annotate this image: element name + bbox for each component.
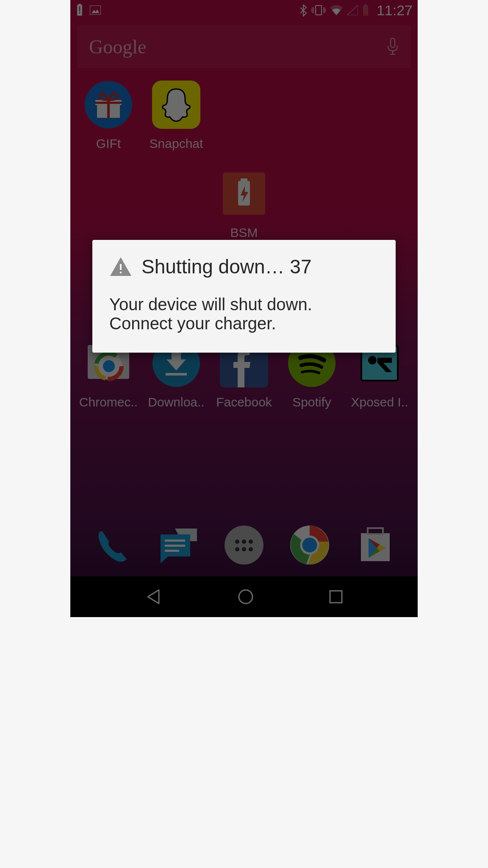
nav-recent-button[interactable] xyxy=(328,589,344,604)
svg-point-47 xyxy=(225,526,263,565)
picture-icon xyxy=(90,6,101,15)
svg-marker-66 xyxy=(148,590,159,604)
status-clock: 11:27 xyxy=(377,2,413,19)
svg-rect-21 xyxy=(95,102,122,104)
dialog-title: Shutting down… 37 xyxy=(141,255,312,278)
signal-empty-icon xyxy=(347,5,358,15)
google-search-bar[interactable]: Google xyxy=(77,25,411,68)
home-row-2: BSM xyxy=(210,170,278,240)
google-logo-text: Google xyxy=(89,36,146,58)
nav-home-button[interactable] xyxy=(237,588,254,605)
nav-back-button[interactable] xyxy=(144,587,163,606)
dock-phone[interactable] xyxy=(81,524,144,566)
dock-messages[interactable] xyxy=(147,524,210,566)
svg-rect-65 xyxy=(120,272,122,273)
dock-app-drawer[interactable] xyxy=(212,524,276,566)
battery-alert-icon xyxy=(75,4,84,17)
app-bsm[interactable]: BSM xyxy=(210,170,278,240)
svg-point-53 xyxy=(249,547,253,551)
android-home-screen: 11:27 Google GIFt Snapchat xyxy=(70,0,418,617)
app-label: Downloa.. xyxy=(148,395,204,409)
svg-point-48 xyxy=(235,540,239,544)
svg-rect-25 xyxy=(241,178,247,182)
svg-point-40 xyxy=(368,356,377,364)
svg-rect-14 xyxy=(391,38,395,47)
svg-point-49 xyxy=(242,540,246,544)
status-bar: 11:27 xyxy=(70,0,418,20)
app-label: Snapchat xyxy=(150,136,203,151)
svg-rect-44 xyxy=(165,540,185,542)
dock xyxy=(70,524,418,566)
bluetooth-icon xyxy=(299,4,307,17)
app-label: GIFt xyxy=(96,136,121,151)
app-label: BSM xyxy=(230,225,258,240)
app-label: Chromec.. xyxy=(79,395,138,409)
app-label: Xposed I.. xyxy=(351,395,408,409)
svg-rect-6 xyxy=(316,6,322,15)
vibrate-icon xyxy=(311,5,326,16)
svg-rect-1 xyxy=(78,4,81,5)
app-gift[interactable]: GIFt xyxy=(75,81,142,151)
warning-icon xyxy=(109,256,132,277)
battery-low-icon xyxy=(362,4,369,16)
svg-rect-64 xyxy=(120,264,122,270)
shutdown-dialog: Shutting down… 37 Your device will shut … xyxy=(92,240,396,353)
svg-point-67 xyxy=(239,590,252,604)
svg-point-50 xyxy=(249,540,253,544)
app-snapchat[interactable]: Snapchat xyxy=(142,81,210,151)
svg-rect-3 xyxy=(79,12,80,14)
dialog-body: Your device will shut down. Connect your… xyxy=(109,295,379,333)
svg-rect-4 xyxy=(90,6,101,15)
dock-chrome[interactable] xyxy=(278,524,341,566)
home-row-1: GIFt Snapchat xyxy=(75,81,210,151)
wifi-icon xyxy=(330,5,343,15)
svg-rect-46 xyxy=(165,550,179,552)
app-label: Spotify xyxy=(292,395,331,409)
svg-rect-34 xyxy=(166,373,187,376)
voice-search-icon[interactable] xyxy=(386,37,399,56)
navigation-bar xyxy=(70,576,418,617)
svg-rect-13 xyxy=(363,14,368,16)
svg-rect-58 xyxy=(368,528,383,534)
svg-rect-2 xyxy=(79,6,80,11)
svg-rect-45 xyxy=(165,545,185,547)
svg-point-51 xyxy=(235,547,239,551)
svg-marker-43 xyxy=(161,556,168,563)
svg-point-32 xyxy=(103,360,115,372)
svg-marker-5 xyxy=(92,9,99,13)
svg-rect-68 xyxy=(330,591,342,603)
app-label: Facebook xyxy=(216,395,272,409)
svg-point-52 xyxy=(242,547,246,551)
dock-play-store[interactable] xyxy=(344,524,407,566)
svg-rect-12 xyxy=(364,4,367,6)
